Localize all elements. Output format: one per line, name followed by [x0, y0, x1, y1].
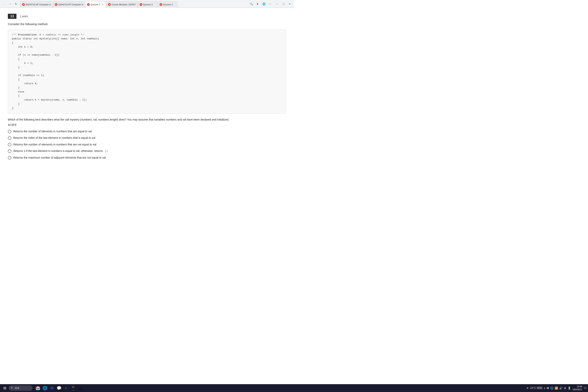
- question-intro: Consider the following method.: [8, 22, 286, 26]
- tab-favicon-5: ✦: [140, 3, 142, 6]
- tab-title-5: Quizzes 2: [143, 3, 156, 6]
- question-tag: 4CSF6: [8, 123, 286, 126]
- tabs-bar: ✦ 20240710 AP Computer S ✦ 20240710 AP C…: [20, 0, 247, 8]
- close-button[interactable]: ✕: [287, 1, 292, 7]
- tab-favicon-2: ✦: [55, 3, 58, 6]
- answer-option-e[interactable]: Returns the maximum number of adjacent e…: [8, 156, 286, 160]
- answer-options: Returns the number of elements in number…: [8, 130, 286, 160]
- browser-tab-2[interactable]: ✦ 20240710 AP Computer S: [53, 1, 85, 8]
- forward-button[interactable]: →: [8, 1, 13, 7]
- question-number: 13: [8, 14, 16, 19]
- tab-close-3[interactable]: ✕: [101, 3, 104, 6]
- tab-favicon-1: ✦: [22, 3, 25, 6]
- tab-favicon-3: ✦: [87, 3, 90, 6]
- search-button[interactable]: 🔍: [248, 1, 254, 7]
- browser-tab-5[interactable]: ✦ Quizzes 2: [138, 1, 158, 8]
- question-points: 1 point: [20, 15, 28, 18]
- window-controls: ─ ▢ ✕: [274, 1, 292, 7]
- tab-title-6: Quizzes 2: [163, 3, 176, 6]
- more-button[interactable]: ⋯: [267, 1, 273, 7]
- browser-tab-3[interactable]: ✦ Quizzes 2 ✕: [85, 1, 106, 8]
- reload-button[interactable]: ↻: [13, 1, 19, 7]
- browser-tab-1[interactable]: ✦ 20240710 AP Computer S: [20, 1, 52, 8]
- code-block: /** Precondition: 0 < numVals <= nums.le…: [8, 30, 286, 114]
- question-header: 13 1 point: [8, 14, 286, 19]
- nav-buttons: ← → ↻: [2, 1, 19, 7]
- tab-title-4: Course Modules: 202407: [112, 3, 136, 6]
- radio-a[interactable]: [8, 130, 11, 133]
- browser-actions: 🔍 ⬇ 🌐 ⋯: [248, 1, 273, 7]
- back-button[interactable]: ←: [2, 1, 7, 7]
- answer-option-d[interactable]: Returns 1 if the last element in numbers…: [8, 149, 286, 153]
- tab-favicon-4: ✦: [108, 3, 111, 6]
- tab-title-3: Quizzes 2: [90, 3, 100, 6]
- answer-label-e: Returns the maximum number of adjacent e…: [13, 156, 106, 160]
- question-body: Which of the following best describes wh…: [8, 118, 286, 122]
- download-button[interactable]: ⬇: [255, 1, 260, 7]
- answer-option-a[interactable]: Returns the number of elements in number…: [8, 130, 286, 134]
- answer-option-c[interactable]: Returns the number of elements in number…: [8, 143, 286, 146]
- radio-e[interactable]: [8, 156, 11, 160]
- answer-label-c: Returns the number of elements in number…: [13, 143, 96, 146]
- radio-d[interactable]: [8, 149, 11, 153]
- radio-c[interactable]: [8, 143, 11, 146]
- browser-tab-6[interactable]: ✦ Quizzes 2: [158, 1, 178, 8]
- answer-label-b: Returns the index of the last element in…: [13, 136, 95, 140]
- tab-title-2: 20240710 AP Computer S: [58, 3, 83, 6]
- tab-title-1: 20240710 AP Computer S: [26, 3, 51, 6]
- maximize-button[interactable]: ▢: [281, 1, 286, 7]
- answer-option-b[interactable]: Returns the index of the last element in…: [8, 136, 286, 140]
- browser-chrome: ← → ↻ ✦ 20240710 AP Computer S ✦ 2024071…: [0, 0, 294, 8]
- page-content: 13 1 point Consider the following method…: [0, 8, 294, 188]
- answer-label-a: Returns the number of elements in number…: [13, 130, 92, 134]
- globe-button[interactable]: 🌐: [261, 1, 266, 7]
- tab-favicon-6: ✦: [160, 3, 162, 6]
- minimize-button[interactable]: ─: [274, 1, 280, 7]
- answer-label-d: Returns 1 if the last element in numbers…: [13, 149, 109, 153]
- browser-tab-4[interactable]: ✦ Course Modules: 202407: [106, 1, 138, 8]
- radio-b[interactable]: [8, 136, 11, 140]
